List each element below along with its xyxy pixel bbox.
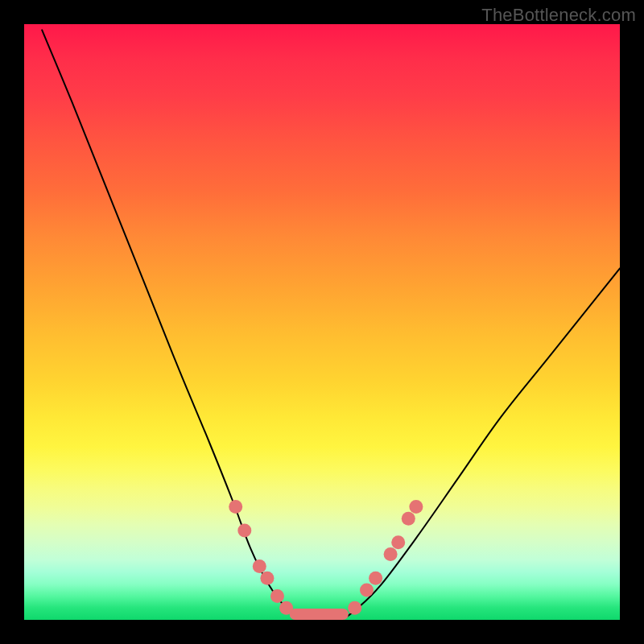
curve-marker	[391, 535, 405, 549]
curve-marker	[253, 559, 266, 573]
curve-marker	[237, 524, 251, 538]
attribution-watermark: TheBottleneck.com	[481, 5, 636, 26]
curve-marker	[229, 500, 242, 514]
curve-marker-group	[229, 500, 423, 615]
curve-marker	[279, 601, 293, 615]
curve-marker	[260, 572, 274, 585]
curve-marker	[348, 601, 361, 615]
curve-marker	[402, 512, 415, 526]
curve-marker	[384, 547, 398, 561]
bottleneck-curve	[42, 30, 620, 620]
curve-marker	[409, 500, 423, 514]
chart-frame: TheBottleneck.com	[0, 0, 644, 644]
plot-area	[24, 24, 620, 620]
bottleneck-curve-svg	[24, 24, 620, 620]
curve-marker	[369, 572, 382, 585]
curve-marker	[270, 589, 284, 603]
curve-marker	[360, 584, 374, 597]
